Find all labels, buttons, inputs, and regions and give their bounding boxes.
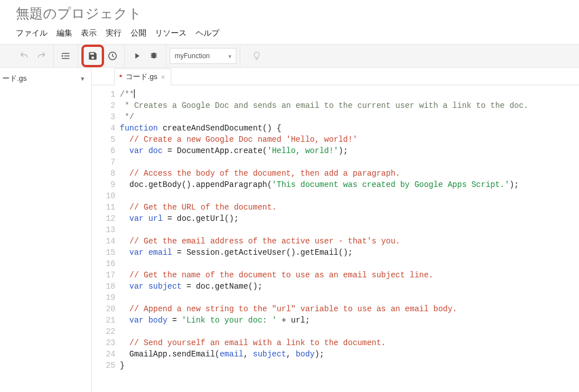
menu-help[interactable]: ヘルプ bbox=[196, 26, 226, 41]
chevron-down-icon: ▾ bbox=[228, 53, 231, 59]
debug-button[interactable] bbox=[145, 47, 162, 64]
redo-button[interactable] bbox=[33, 47, 50, 64]
close-icon[interactable]: × bbox=[161, 73, 165, 81]
save-button[interactable] bbox=[84, 47, 101, 64]
line-gutter: 1234567891011121314151617181920212223242… bbox=[92, 89, 120, 392]
function-select-label: myFunction bbox=[175, 52, 210, 60]
editor-area: * コード.gs × 12345678910111213141516171819… bbox=[92, 68, 579, 392]
svg-rect-0 bbox=[62, 53, 70, 54]
file-sidebar: ード.gs ▼ bbox=[0, 68, 92, 392]
hints-button[interactable] bbox=[248, 47, 265, 64]
menu-resources[interactable]: リソース bbox=[155, 26, 193, 41]
save-icon bbox=[88, 51, 98, 61]
redo-icon bbox=[36, 51, 46, 61]
menu-view[interactable]: 表示 bbox=[81, 26, 103, 41]
menu-run[interactable]: 実行 bbox=[106, 26, 128, 41]
save-highlight bbox=[81, 45, 104, 67]
toolbar: myFunction ▾ bbox=[0, 44, 579, 68]
svg-rect-1 bbox=[64, 55, 70, 56]
sidebar-file-item[interactable]: ード.gs ▼ bbox=[0, 71, 91, 86]
indent-button[interactable] bbox=[57, 47, 74, 64]
clock-icon bbox=[107, 51, 118, 61]
play-icon bbox=[132, 51, 141, 60]
bug-icon bbox=[149, 51, 159, 61]
menu-file[interactable]: ファイル bbox=[16, 26, 54, 41]
run-button[interactable] bbox=[128, 47, 145, 64]
tab-bar: * コード.gs × bbox=[92, 68, 579, 85]
code-content[interactable]: /** * Creates a Google Doc and sends an … bbox=[120, 89, 579, 392]
function-select[interactable]: myFunction ▾ bbox=[170, 48, 236, 64]
lightbulb-icon bbox=[252, 51, 262, 61]
triggers-button[interactable] bbox=[104, 47, 121, 64]
chevron-down-icon: ▼ bbox=[80, 76, 85, 82]
undo-icon bbox=[19, 51, 29, 61]
svg-rect-2 bbox=[62, 58, 70, 59]
tab-label: コード.gs bbox=[126, 72, 157, 82]
tab-code-gs[interactable]: * コード.gs × bbox=[114, 68, 171, 85]
header: 無題のプロジェクト ファイル 編集 表示 実行 公開 リソース ヘルプ bbox=[0, 0, 579, 44]
indent-icon bbox=[61, 51, 71, 61]
menubar: ファイル 編集 表示 実行 公開 リソース ヘルプ bbox=[16, 26, 579, 44]
menu-edit[interactable]: 編集 bbox=[57, 26, 79, 41]
project-title[interactable]: 無題のプロジェクト bbox=[16, 5, 579, 23]
dirty-indicator: * bbox=[119, 73, 122, 81]
code-editor[interactable]: 1234567891011121314151617181920212223242… bbox=[92, 85, 579, 392]
sidebar-file-label: ード.gs bbox=[2, 73, 27, 84]
undo-button[interactable] bbox=[16, 47, 33, 64]
menu-publish[interactable]: 公開 bbox=[131, 26, 153, 41]
main: ード.gs ▼ * コード.gs × 123456789101112131415… bbox=[0, 68, 579, 392]
